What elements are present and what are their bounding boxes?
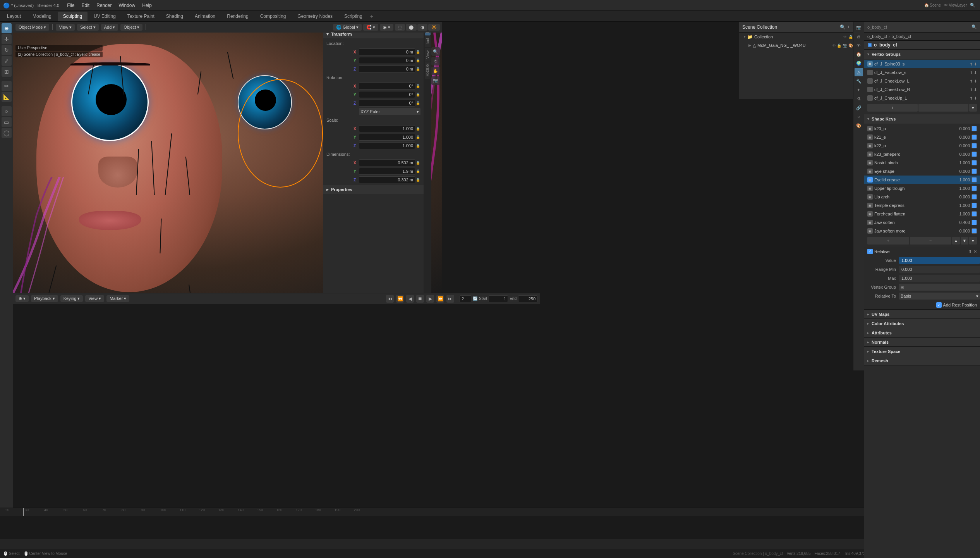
sk-check-temple[interactable] xyxy=(971,203,977,208)
vg-context-btn[interactable]: ▾ xyxy=(969,104,977,112)
menu-help[interactable]: Help xyxy=(139,2,155,9)
sk-move-dn-btn[interactable]: ▼ xyxy=(961,237,968,245)
tab-modeling[interactable]: Modeling xyxy=(27,12,57,21)
props-icon-modifiers[interactable]: 🔧 xyxy=(855,77,863,85)
dim-y-value[interactable]: 1.9 m xyxy=(359,168,415,175)
props-icon-render[interactable]: 📷 xyxy=(855,23,863,32)
scale-z-value[interactable]: 1.000 xyxy=(359,142,415,149)
end-frame-input[interactable]: 250 xyxy=(518,295,537,302)
sk-row-temple[interactable]: ▣ Temple depress 1.000 xyxy=(864,201,980,210)
viewport-rendered-btn[interactable]: 🔆 xyxy=(428,24,440,31)
sk-row-k20u[interactable]: ▣ k20_u 0.000 xyxy=(864,124,980,133)
tab-uv-editing[interactable]: UV Editing xyxy=(88,12,121,21)
rotation-mode-dropdown[interactable]: XYZ Euler ▾ xyxy=(359,108,420,115)
sk-remove-btn[interactable]: − xyxy=(910,237,952,245)
footer-mode-btn[interactable]: ⊕ ▾ xyxy=(15,295,29,302)
vtab-hs3ds[interactable]: HS3DS xyxy=(425,61,431,79)
relative-paste-icon[interactable]: ✕ xyxy=(973,249,977,254)
location-y-lock[interactable]: 🔒 xyxy=(416,59,420,62)
rotation-z-value[interactable]: 0° xyxy=(359,100,415,107)
vg-add-btn[interactable]: + xyxy=(867,104,918,112)
relative-copy-icon[interactable]: ⬆ xyxy=(968,249,972,254)
viewport-object-btn[interactable]: Object ▾ xyxy=(120,24,142,31)
vertex-group-input[interactable]: ▣ xyxy=(899,284,980,291)
props-search-icon[interactable]: 🔍 xyxy=(971,24,977,29)
dim-x-lock[interactable]: 🔒 xyxy=(416,161,420,165)
viewport-material-btn[interactable]: ◑ xyxy=(417,24,427,31)
props-icon-world[interactable]: 🌍 xyxy=(855,59,863,67)
viewport-solid-btn[interactable]: ⬤ xyxy=(406,24,417,31)
breadcrumb-active[interactable]: o_body_cf xyxy=(891,34,911,39)
props-icon-constraints[interactable]: 🔗 xyxy=(855,103,863,112)
vg-row-facelow[interactable]: cf_J_FaceLow_s ⬆ ⬇ xyxy=(864,68,980,77)
tab-shading[interactable]: Shading xyxy=(161,12,189,21)
props-icon-physics[interactable]: ⚗ xyxy=(855,95,863,103)
props-icon-output[interactable]: 🖨 xyxy=(855,32,863,41)
rotation-z-lock[interactable]: 🔒 xyxy=(416,101,420,105)
sk-row-upper-lip[interactable]: ▣ Upper lip trough 1.000 xyxy=(864,184,980,193)
sk-row-nostril[interactable]: ▣ Nostril pinch 1.000 xyxy=(864,158,980,167)
location-y-value[interactable]: 0 m xyxy=(359,57,415,64)
sk-row-forehead[interactable]: ▣ Forehead flatten 1.000 xyxy=(864,210,980,218)
range-min-input[interactable]: 0.000 xyxy=(899,266,980,273)
sk-check-lip-arch[interactable] xyxy=(971,194,977,200)
add-rest-checkbox[interactable]: ✓ xyxy=(936,302,942,308)
sk-check-k23[interactable] xyxy=(971,152,977,157)
vg-row-cheeklow-r[interactable]: cf_J_CheekLow_R ⬆ ⬇ xyxy=(864,85,980,94)
props-icon-object[interactable]: ○ xyxy=(855,112,863,121)
tool-transform[interactable]: ⊞ xyxy=(2,67,12,77)
sk-check-forehead[interactable] xyxy=(971,211,977,217)
menu-edit[interactable]: Edit xyxy=(78,2,93,9)
color-attributes-section[interactable]: ▸ Color Attributes xyxy=(864,319,980,328)
dim-z-lock[interactable]: 🔒 xyxy=(416,178,420,182)
sk-context-btn[interactable]: ▾ xyxy=(969,237,977,245)
nav-btn-rotate[interactable]: ↻ xyxy=(431,57,440,65)
vg-row-spine03[interactable]: ▣ cf_J_Spine03_s ⬆ ⬇ xyxy=(864,60,980,68)
rotation-x-value[interactable]: 0° xyxy=(359,83,415,90)
footer-marker-btn[interactable]: Marker ▾ xyxy=(106,295,129,302)
sk-check-eyeshape[interactable] xyxy=(971,169,977,174)
sk-row-k23[interactable]: ▣ k23_tehepero 0.000 xyxy=(864,150,980,158)
scale-z-lock[interactable]: 🔒 xyxy=(416,144,420,148)
timeline-track-area[interactable] xyxy=(0,516,980,539)
btn-play[interactable]: ▶ xyxy=(426,295,434,303)
sk-row-k22o[interactable]: ▣ k22_o 0.000 xyxy=(864,141,980,150)
sk-check-eyelid[interactable] xyxy=(971,177,977,183)
add-workspace-btn[interactable]: + xyxy=(370,13,373,19)
uv-maps-section[interactable]: ▸ UV Maps xyxy=(864,310,980,319)
vg-row-cheekup-l[interactable]: cf_J_CheekUp_L ⬆ ⬇ xyxy=(864,94,980,102)
relative-checkbox[interactable]: ✓ xyxy=(867,249,873,254)
tool-measure[interactable]: 📐 xyxy=(2,92,12,102)
sk-check-k21e[interactable] xyxy=(971,134,977,140)
footer-view-btn[interactable]: View ▾ xyxy=(85,295,104,302)
menu-window[interactable]: Window xyxy=(116,2,139,9)
tab-geometry-nodes[interactable]: Geometry Nodes xyxy=(292,12,338,21)
sk-check-upper-lip[interactable] xyxy=(971,186,977,191)
footer-keying-btn[interactable]: Keying ▾ xyxy=(60,295,83,302)
attributes-section[interactable]: ▸ Attributes xyxy=(864,328,980,338)
tool-annotate[interactable]: ✏ xyxy=(2,81,12,91)
remesh-section[interactable]: ▸ Remesh xyxy=(864,356,980,365)
location-x-lock[interactable]: 🔒 xyxy=(416,50,420,54)
scene-add-icon[interactable]: + xyxy=(847,24,850,30)
tool-box-select[interactable]: ▭ xyxy=(2,117,12,127)
viewport-select-btn[interactable]: Select ▾ xyxy=(77,24,99,31)
props-icon-material[interactable]: 🎨 xyxy=(855,121,863,130)
nav-btn-camera[interactable]: 📷 xyxy=(431,76,440,85)
sk-check-jaw-soften-more[interactable] xyxy=(971,228,977,234)
menu-render[interactable]: Render xyxy=(93,2,115,9)
dim-x-value[interactable]: 0.502 m xyxy=(359,159,415,166)
rotation-x-lock[interactable]: 🔒 xyxy=(416,84,420,88)
value-input[interactable]: 1.000 xyxy=(899,257,980,264)
npanel-properties-header[interactable]: ▸ Properties xyxy=(323,185,424,194)
texture-space-section[interactable]: ▸ Texture Space xyxy=(864,347,980,356)
tab-sculpting[interactable]: Sculpting xyxy=(58,12,88,21)
sk-row-jaw-soften[interactable]: ▣ Jaw soften 0.403 xyxy=(864,218,980,227)
relative-to-dropdown[interactable]: Basis ▾ xyxy=(899,293,980,300)
scale-y-value[interactable]: 1.000 xyxy=(359,134,415,141)
viewport-mode-btn[interactable]: Object Mode ▾ xyxy=(15,24,49,31)
viewport-snap-btn[interactable]: 🧲 ▾ xyxy=(363,24,378,31)
nav-btn-pan[interactable]: ✋ xyxy=(431,67,440,75)
footer-playback-btn[interactable]: Playback ▾ xyxy=(31,295,58,302)
sk-row-jaw-soften-more[interactable]: ▣ Jaw soften more 0.000 xyxy=(864,227,980,235)
